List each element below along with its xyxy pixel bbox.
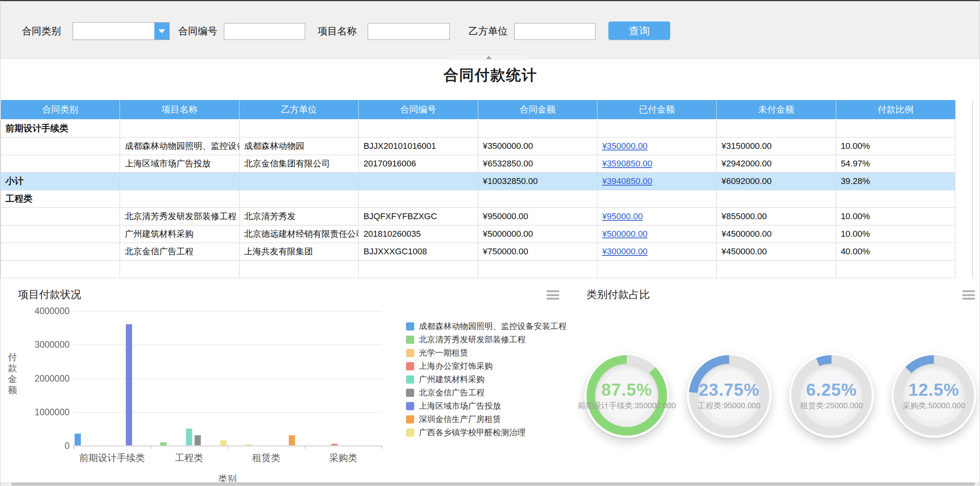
table-cell: ¥6532850.00 bbox=[478, 155, 597, 172]
table-cell bbox=[359, 260, 478, 278]
legend-item[interactable]: 北京清芳秀发研发部装修工程 bbox=[406, 333, 567, 346]
paid-amount-link[interactable]: ¥300000.00 bbox=[602, 247, 647, 256]
contract-type-select[interactable] bbox=[73, 22, 170, 40]
paid-amount-link[interactable]: ¥95000.00 bbox=[602, 211, 643, 221]
column-header: 合同编号 bbox=[359, 100, 478, 120]
legend-item[interactable]: 北京金信广告工程 bbox=[406, 386, 567, 399]
table-cell bbox=[478, 120, 597, 137]
table-cell: ¥4500000.00 bbox=[717, 225, 836, 243]
legend-item[interactable]: 上海办公室灯饰采购 bbox=[406, 359, 567, 373]
table-cell bbox=[478, 260, 597, 278]
y-tick-label: 2000000 bbox=[27, 373, 70, 384]
table-row: 前期设计手续类 bbox=[1, 120, 955, 137]
table-cell: BJJX20101016001 bbox=[359, 137, 478, 155]
table-cell: 广州建筑材料采购 bbox=[120, 225, 239, 243]
dropdown-arrow-button[interactable] bbox=[154, 23, 169, 39]
table-cell: ¥95000.00 bbox=[597, 207, 716, 225]
table-cell: 北京德远建材经销有限责任公司 bbox=[239, 225, 358, 243]
x-category-label: 租赁类 bbox=[223, 452, 309, 464]
bar-chart-title: 项目付款状况 bbox=[18, 288, 81, 302]
table-cell bbox=[836, 260, 955, 278]
table-cell bbox=[239, 260, 358, 278]
chart-menu-icon[interactable] bbox=[547, 290, 559, 300]
column-header: 乙方单位 bbox=[239, 100, 358, 120]
table-cell: ¥3940850.00 bbox=[597, 172, 716, 190]
bar-成都森林动物园照明、监控设备安装工程[interactable] bbox=[75, 434, 81, 445]
legend-item[interactable]: 成都森林动物园照明、监控设备安装工程 bbox=[406, 320, 567, 333]
table-cell: 20170916006 bbox=[359, 155, 478, 172]
table-cell bbox=[836, 190, 955, 207]
donut-gauge-工程类: 23.75%工程类:95000.000 bbox=[687, 353, 772, 438]
table-row: 北京清芳秀发研发部装修工程北京清芳秀发BJQFXFYFBZXGC¥950000.… bbox=[1, 207, 955, 225]
contract-table-zone: 合同类别项目名称乙方单位合同编号合同金额已付金额未付金额付款比例 前期设计手续类… bbox=[0, 100, 980, 279]
bar-光学一期租赁[interactable] bbox=[246, 445, 252, 445]
table-cell: 工程类 bbox=[1, 190, 120, 207]
y-axis-title-char: 款 bbox=[7, 363, 18, 373]
table-cell: ¥450000.00 bbox=[717, 243, 836, 260]
paid-amount-link[interactable]: ¥350000.00 bbox=[602, 141, 647, 151]
column-header: 已付金额 bbox=[597, 100, 716, 120]
filter-collapse-handle[interactable] bbox=[447, 54, 531, 60]
table-cell bbox=[597, 120, 716, 137]
paid-amount-link[interactable]: ¥3940850.00 bbox=[602, 176, 652, 186]
chart-menu-icon[interactable] bbox=[962, 290, 975, 300]
bar-深圳金信生产厂房租赁[interactable] bbox=[289, 435, 295, 445]
x-axis-tick bbox=[150, 446, 151, 449]
legend-item[interactable]: 广西各乡镇学校甲醛检测治理 bbox=[406, 426, 567, 439]
legend-item[interactable]: 深圳金信生产厂房租赁 bbox=[406, 413, 567, 426]
table-cell: ¥950000.00 bbox=[478, 207, 597, 225]
table-cell: ¥750000.00 bbox=[478, 243, 597, 260]
bar-上海区域市场广告投放[interactable] bbox=[126, 324, 132, 445]
donut-label: 租赁类:25000.000 bbox=[800, 400, 863, 411]
legend-label: 广西各乡镇学校甲醛检测治理 bbox=[419, 427, 526, 438]
y-tick-label: 3000000 bbox=[27, 339, 70, 350]
donut-percent: 23.75% bbox=[699, 380, 759, 400]
gridline bbox=[73, 379, 382, 379]
table-cell bbox=[478, 190, 597, 207]
table-cell: ¥350000.00 bbox=[597, 137, 716, 155]
table-cell: 上海区域市场广告投放 bbox=[120, 155, 239, 172]
party-b-input[interactable] bbox=[514, 23, 596, 40]
table-cell: 前期设计手续类 bbox=[1, 120, 120, 137]
bar-北京清芳秀发研发部装修工程[interactable] bbox=[160, 442, 166, 445]
legend-item[interactable]: 广州建筑材料采购 bbox=[406, 373, 567, 386]
donut-percent: 87.5% bbox=[601, 380, 652, 400]
bar-上海办公室灯饰采购[interactable] bbox=[331, 444, 338, 445]
gridline bbox=[73, 345, 382, 345]
column-header: 合同金额 bbox=[478, 100, 597, 120]
donut-label: 工程类:95000.000 bbox=[698, 400, 760, 411]
paid-amount-link[interactable]: ¥500000.00 bbox=[602, 229, 647, 239]
legend-item[interactable]: 上海区域市场广告投放 bbox=[406, 399, 567, 413]
table-cell bbox=[120, 190, 239, 207]
table-cell: 54.97% bbox=[836, 155, 955, 172]
table-cell: ¥500000.00 bbox=[597, 225, 716, 243]
donut-text: 6.25%租赁类:25000.000 bbox=[789, 353, 874, 438]
bar-plot-area bbox=[73, 311, 382, 446]
table-cell: ¥6092000.00 bbox=[717, 172, 836, 190]
horizontal-scrollbar-thumb[interactable] bbox=[11, 482, 975, 486]
table-cell bbox=[359, 190, 478, 207]
vertical-scrollbar[interactable] bbox=[972, 101, 973, 278]
table-cell: 北京金信广告工程 bbox=[120, 243, 239, 260]
project-name-input[interactable] bbox=[368, 23, 450, 40]
table-cell: ¥3150000.00 bbox=[717, 137, 836, 155]
table-cell bbox=[120, 172, 239, 190]
table-cell bbox=[1, 155, 120, 172]
query-button[interactable]: 查询 bbox=[608, 21, 670, 40]
legend-swatch bbox=[406, 389, 414, 397]
project-payment-chart-panel: 项目付款状况 付款金额 0100000020000003000000400000… bbox=[0, 281, 575, 484]
paid-amount-link[interactable]: ¥3590850.00 bbox=[602, 159, 652, 168]
legend-item[interactable]: 光学一期租赁 bbox=[406, 346, 567, 359]
legend-swatch bbox=[406, 415, 414, 423]
bar-北京金信广告工程[interactable] bbox=[195, 435, 201, 445]
bar-广西各乡镇学校甲醛检测治理[interactable] bbox=[220, 440, 227, 445]
table-cell: ¥10032850.00 bbox=[478, 172, 597, 190]
contract-code-input[interactable] bbox=[224, 23, 305, 40]
table-cell: BJQFXFYFBZXGC bbox=[359, 207, 478, 225]
page-title: 合同付款统计 bbox=[0, 65, 980, 85]
table-row: 成都森林动物园照明、监控设备安装工程成都森林动物园BJJX20101016001… bbox=[1, 137, 955, 155]
table-cell bbox=[239, 172, 358, 190]
bar-广州建筑材料采购[interactable] bbox=[186, 429, 192, 445]
donut-label: 前期设计手续类:350000.000 bbox=[578, 400, 676, 411]
table-cell bbox=[717, 260, 836, 278]
